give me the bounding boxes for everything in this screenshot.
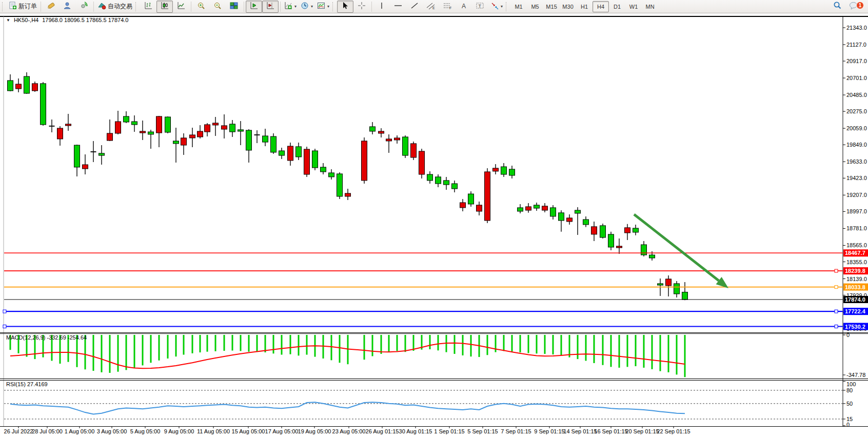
zoom-in-button[interactable]	[193, 1, 209, 13]
person-icon	[63, 2, 71, 12]
auto-scroll-button[interactable]	[246, 1, 262, 13]
horizontal-line-tool-button[interactable]	[390, 1, 406, 13]
bar-chart-icon	[144, 2, 152, 12]
zoom-out-button[interactable]	[209, 1, 226, 13]
signal-icon	[80, 2, 88, 12]
main-toolbar: 新订单 自动交易	[0, 0, 868, 13]
chart-canvas[interactable]: 21343.021127.020917.020701.020485.020275…	[0, 13, 868, 438]
svg-text:19423.0: 19423.0	[846, 175, 867, 181]
profile-button[interactable]	[59, 1, 75, 13]
chart-ohlc-header: ▼ HK50-,H4 17968.0 18096.5 17865.5 17874…	[6, 17, 128, 23]
toolbar-grip	[506, 2, 509, 11]
tab-timeframe-m30[interactable]: M30	[560, 1, 576, 12]
signal-button[interactable]	[75, 1, 92, 13]
candlestick-mode-button[interactable]	[156, 1, 173, 13]
line-chart-mode-button[interactable]	[173, 1, 189, 13]
chart-window: ▼ HK50-,H4 17968.0 18096.5 17865.5 17874…	[0, 13, 868, 438]
svg-text:21343.0: 21343.0	[846, 25, 867, 31]
tab-timeframe-h4[interactable]: H4	[593, 1, 609, 12]
svg-text:17530.2: 17530.2	[845, 324, 865, 330]
cursor-tool-button[interactable]	[337, 1, 353, 13]
vertical-line-icon	[379, 2, 385, 12]
tab-timeframe-d1[interactable]: D1	[609, 1, 625, 12]
cursor-arrow-icon	[342, 2, 349, 12]
text-label-icon: T	[476, 2, 485, 12]
svg-text:18565.0: 18565.0	[846, 242, 867, 248]
trendline-icon	[410, 2, 419, 12]
svg-text:26 Aug 01:15: 26 Aug 01:15	[366, 428, 399, 434]
arrows-tool-button[interactable]: ▾	[488, 1, 505, 13]
tile-windows-icon	[230, 2, 238, 12]
indicators-button[interactable]: ▾	[282, 1, 299, 13]
svg-text:RSI(15) 27.4169: RSI(15) 27.4169	[6, 381, 48, 387]
svg-text:18781.0: 18781.0	[846, 225, 867, 231]
toolbar-grip	[135, 2, 139, 11]
tab-timeframe-w1[interactable]: W1	[625, 1, 642, 12]
dropdown-caret: ▾	[311, 4, 313, 9]
zoom-out-icon	[213, 2, 222, 12]
symbol-dropdown-icon[interactable]: ▼	[6, 18, 10, 23]
clock-icon	[301, 2, 309, 12]
svg-text:19849.0: 19849.0	[846, 142, 867, 148]
svg-text:16 Sep 01:15: 16 Sep 01:15	[594, 428, 627, 434]
trendline-tool-button[interactable]	[406, 1, 423, 13]
arrows-icon	[490, 2, 499, 12]
tab-timeframe-mn[interactable]: MN	[642, 1, 658, 12]
svg-text:18467.7: 18467.7	[845, 250, 865, 256]
svg-text:18139.0: 18139.0	[846, 276, 867, 282]
new-order-icon	[9, 2, 17, 12]
svg-text:18033.8: 18033.8	[845, 284, 865, 290]
new-order-button[interactable]: 新订单	[7, 1, 39, 13]
svg-text:5 Sep 01:15: 5 Sep 01:15	[467, 428, 498, 434]
crosshair-icon	[358, 2, 366, 12]
svg-text:0: 0	[846, 422, 850, 428]
svg-text:50: 50	[846, 401, 853, 407]
svg-text:1 Sep 01:15: 1 Sep 01:15	[434, 428, 464, 434]
vertical-line-tool-button[interactable]	[373, 1, 390, 13]
svg-text:1 Aug 05:00: 1 Aug 05:00	[65, 428, 95, 434]
templates-button[interactable]: ▾	[315, 1, 331, 13]
tab-timeframe-h1[interactable]: H1	[576, 1, 593, 12]
market-watch-button[interactable]	[43, 1, 59, 13]
svg-text:0: 0	[846, 332, 850, 338]
svg-text:18239.8: 18239.8	[845, 268, 865, 274]
toolbar-grip	[332, 2, 336, 11]
svg-text:18355.0: 18355.0	[846, 259, 867, 265]
line-chart-icon	[177, 2, 185, 12]
svg-text:17874.0: 17874.0	[845, 296, 865, 303]
svg-text:20485.0: 20485.0	[846, 92, 867, 98]
svg-text:14 Sep 01:15: 14 Sep 01:15	[563, 428, 597, 434]
svg-text:7 Sep 01:15: 7 Sep 01:15	[501, 428, 531, 434]
symbol-period-label: HK50-,H4	[14, 17, 38, 23]
svg-text:20917.0: 20917.0	[846, 58, 867, 64]
tile-windows-button[interactable]	[226, 1, 242, 13]
notifications-button[interactable]: 1	[845, 1, 862, 13]
bar-chart-mode-button[interactable]	[140, 1, 156, 13]
svg-text:5 Aug 05:00: 5 Aug 05:00	[130, 428, 161, 434]
tab-timeframe-m1[interactable]: M1	[510, 1, 527, 12]
notification-badge: 1	[856, 2, 864, 9]
chart-shift-button[interactable]	[262, 1, 279, 13]
separator	[371, 2, 372, 12]
channel-tool-button[interactable]: E	[423, 1, 439, 13]
tab-timeframe-m15[interactable]: M15	[543, 1, 560, 12]
periods-button[interactable]: ▾	[299, 1, 315, 13]
svg-text:20059.0: 20059.0	[846, 125, 867, 131]
svg-text:-347.78: -347.78	[846, 372, 865, 378]
tab-timeframe-m5[interactable]: M5	[527, 1, 543, 12]
svg-text:11 Aug 05:00: 11 Aug 05:00	[197, 428, 230, 434]
search-button[interactable]	[829, 1, 845, 13]
equidistant-channel-icon: E	[426, 2, 436, 12]
autotrade-button[interactable]: 自动交易	[95, 1, 134, 13]
zoom-in-icon	[197, 2, 205, 12]
fibonacci-tool-button[interactable]: F	[439, 1, 456, 13]
svg-text:22 Sep 01:15: 22 Sep 01:15	[657, 428, 690, 434]
text-label-tool-button[interactable]: T	[472, 1, 488, 13]
svg-text:9 Sep 01:15: 9 Sep 01:15	[534, 428, 564, 434]
crosshair-tool-button[interactable]	[353, 1, 370, 13]
svg-text:19 Aug 05:00: 19 Aug 05:00	[298, 428, 331, 434]
ohlc-values: 17968.0 18096.5 17865.5 17874.0	[42, 17, 128, 23]
svg-text:F: F	[449, 6, 451, 10]
text-tool-button[interactable]: A	[456, 1, 472, 13]
svg-text:18997.0: 18997.0	[846, 208, 867, 214]
